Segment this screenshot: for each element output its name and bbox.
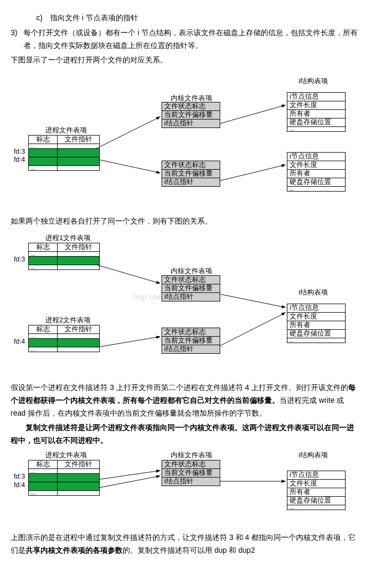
cell-diskpos: 硬盘存储位置 bbox=[287, 178, 346, 187]
cell-filestatus: 文件状态标志 bbox=[162, 460, 220, 468]
cell-curoffset: 当前文件偏移量 bbox=[162, 170, 220, 178]
kernel-table-2: 文件状态标志 当前文件偏移量 i结点指针 bbox=[162, 328, 220, 354]
proc-table: 标志文件指针 ... ... bbox=[28, 460, 100, 496]
cell-inodeinfo: i节点信息 bbox=[287, 153, 346, 161]
cell-filestatus: 文件状态标志 bbox=[162, 275, 220, 284]
cell-dots: ... bbox=[29, 166, 58, 171]
cell-filestatus: 文件状态标志 bbox=[162, 102, 220, 111]
list-item-c: c) 指向文件 i 节点表项的指针 bbox=[11, 12, 358, 25]
cell-owner: 所有者 bbox=[287, 170, 346, 178]
cell-empty bbox=[58, 490, 100, 495]
inode-table: i节点信息 文件长度 所有者 硬盘存储位置 ... bbox=[287, 471, 346, 510]
cell-inodeptr: i结点指针 bbox=[162, 345, 220, 353]
cell-filelen: 文件长度 bbox=[287, 101, 346, 110]
para-below: 下图显示了一个进程打开两个文件的对应关系。 bbox=[11, 54, 358, 67]
cell-inodeinfo: i节点信息 bbox=[287, 304, 346, 312]
text-bold: 复制文件描述符是让两个进程文件表项指向同一个内核文件表项。这两个进程文件表项可以… bbox=[11, 423, 354, 444]
svg-line-5 bbox=[96, 337, 160, 347]
para-mid1: 如果两个独立进程各自打开了同一个文件，则有下图的关系。 bbox=[11, 215, 358, 228]
cell-empty bbox=[58, 347, 100, 352]
kernel-table-1: 文件状态标志 当前文件偏移量 i结点指针 bbox=[162, 102, 220, 128]
fd3-label: fd:3 bbox=[14, 473, 25, 480]
cell-filelen: 文件长度 bbox=[287, 161, 346, 170]
cell-inodeptr: i结点指针 bbox=[162, 477, 220, 486]
cell-owner: 所有者 bbox=[287, 321, 346, 329]
cell-filestatus: 文件状态标志 bbox=[162, 328, 220, 336]
cell-green bbox=[58, 149, 100, 157]
col-fileptr: 文件指针 bbox=[58, 325, 100, 333]
para-mid3: 复制文件描述符是让两个进程文件表项指向同一个内核文件表项。这两个进程文件表项可以… bbox=[11, 422, 358, 447]
cell-green bbox=[58, 473, 100, 482]
cell-filelen: 文件长度 bbox=[287, 479, 346, 488]
title-proc: 进程文件表项 bbox=[45, 450, 87, 460]
cell-curoffset: 当前文件偏移量 bbox=[162, 336, 220, 345]
cell-empty bbox=[58, 251, 100, 256]
proc2-table: 标志文件指针 ... ... bbox=[28, 325, 100, 352]
title-proc1: 进程1文件表项 bbox=[45, 233, 91, 243]
title-kernel: 内核文件表项 bbox=[171, 450, 212, 460]
cell-filestatus: 文件状态标志 bbox=[162, 161, 220, 170]
cell-dots: ... bbox=[287, 338, 346, 343]
svg-line-9 bbox=[93, 476, 160, 489]
title-inode: i结构表项 bbox=[299, 76, 328, 86]
cell-empty bbox=[58, 468, 100, 473]
cell-empty bbox=[58, 333, 100, 338]
title-inode: i结构表项 bbox=[299, 450, 328, 460]
diagram-2: http://blog.csdn.net/ 进程1文件表项 标志文件指针 ...… bbox=[11, 230, 358, 379]
cell-inodeinfo: i节点信息 bbox=[287, 471, 346, 479]
cell-dots: ... bbox=[29, 468, 58, 473]
text: 假设第一个进程在文件描述符 3 上打开文件而第二个进程在文件描述符 4 上打开文… bbox=[11, 383, 348, 392]
proc1-table: 标志文件指针 ... ... bbox=[28, 243, 100, 270]
diagram-1: i结构表项 内核文件表项 进程文件表项 标志文件指针 ... ... fd:3 … bbox=[11, 69, 358, 213]
cell-dots: ... bbox=[29, 144, 58, 149]
cell-owner: 所有者 bbox=[287, 488, 346, 496]
cell-curoffset: 当前文件偏移量 bbox=[162, 468, 220, 477]
title-kernel: 内核文件表项 bbox=[171, 266, 212, 276]
cell-owner: 所有者 bbox=[287, 110, 346, 118]
cell-green bbox=[58, 157, 100, 166]
cell-curoffset: 当前文件偏移量 bbox=[162, 284, 220, 292]
cell-dots: ... bbox=[29, 265, 58, 269]
svg-line-1 bbox=[93, 158, 160, 173]
inode-table-2: i节点信息 文件长度 所有者 硬盘存储位置 ... bbox=[287, 152, 346, 192]
col-fileptr: 文件指针 bbox=[58, 136, 100, 144]
cell-dots: ... bbox=[287, 127, 346, 132]
title-inode: i结构表项 bbox=[299, 288, 328, 297]
cell-empty bbox=[58, 144, 100, 149]
title-proc: 进程文件表项 bbox=[45, 125, 87, 135]
cell-green bbox=[29, 473, 58, 482]
inode-table: i节点信息 文件长度 所有者 硬盘存储位置 ... bbox=[287, 304, 346, 343]
cell-green bbox=[58, 482, 100, 490]
cell-inodeptr: i结点指针 bbox=[162, 120, 220, 128]
svg-line-3 bbox=[219, 165, 285, 181]
cell-empty bbox=[58, 265, 100, 269]
diagram-3: 进程文件表项 标志文件指针 ... ... fd:3 fd:4 内核文件表项 文… bbox=[11, 449, 358, 529]
cell-dots: ... bbox=[29, 333, 58, 338]
cell-filelen: 文件长度 bbox=[287, 312, 346, 321]
cell-diskpos: 硬盘存储位置 bbox=[287, 496, 346, 505]
fd3-label: fd:3 bbox=[14, 256, 25, 263]
svg-line-2 bbox=[219, 105, 285, 124]
cell-diskpos: 硬盘存储位置 bbox=[287, 329, 346, 338]
col-fileptr: 文件指针 bbox=[58, 460, 100, 468]
fd4-label: fd:4 bbox=[14, 481, 25, 489]
cell-empty bbox=[58, 166, 100, 171]
cell-curoffset: 当前文件偏移量 bbox=[162, 111, 220, 120]
para-mid2: 假设第一个进程在文件描述符 3 上打开文件而第二个进程在文件描述符 4 上打开文… bbox=[11, 382, 358, 419]
cell-inodeptr: i结点指针 bbox=[162, 292, 220, 301]
fd4-label: fd:4 bbox=[14, 338, 25, 345]
cell-dots: ... bbox=[29, 251, 58, 256]
list-item-3: 3)每个打开文件（或设备）都有一个 i 节点结构，表示该文件在磁盘上存储的信息，… bbox=[11, 27, 358, 52]
cell-inodeptr: i结点指针 bbox=[162, 178, 220, 187]
svg-line-7 bbox=[219, 313, 285, 346]
proc-table: 标志文件指针 ... ... bbox=[28, 135, 100, 171]
list-num: 3) bbox=[11, 27, 23, 39]
cell-inodeinfo: i节点信息 bbox=[287, 93, 346, 101]
inode-table-1: i节点信息 文件长度 所有者 硬盘存储位置 ... bbox=[287, 92, 346, 132]
svg-line-6 bbox=[219, 294, 285, 307]
svg-line-8 bbox=[93, 471, 160, 480]
text-bold: 共享内核文件表项的各项参数 bbox=[26, 546, 123, 554]
cell-green bbox=[29, 149, 58, 157]
fd4-label: fd:4 bbox=[14, 156, 25, 163]
kernel-table-1: 文件状态标志 当前文件偏移量 i结点指针 bbox=[162, 275, 220, 301]
